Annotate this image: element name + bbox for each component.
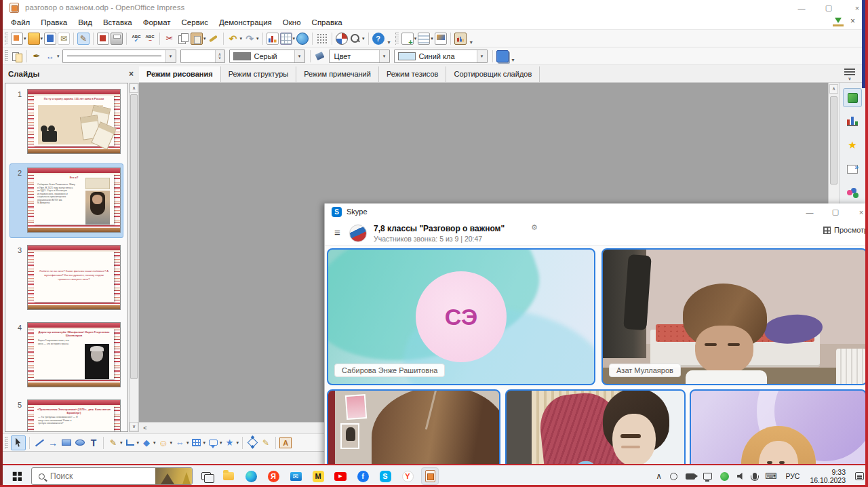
menu-insert[interactable]: Вставка bbox=[98, 18, 138, 26]
skype-maximize-button[interactable]: ▢ bbox=[824, 206, 847, 218]
toolbar-handle-2[interactable] bbox=[395, 33, 399, 45]
ellipse-tool-icon[interactable] bbox=[74, 437, 86, 449]
cut-icon[interactable]: ✂ bbox=[163, 33, 176, 45]
toolbar-handle[interactable] bbox=[5, 33, 8, 45]
display-grid-icon[interactable] bbox=[316, 33, 328, 45]
save-icon[interactable] bbox=[44, 33, 56, 45]
update-available-icon[interactable] bbox=[833, 18, 844, 26]
call-settings-gear-icon[interactable]: ⚙ bbox=[531, 223, 538, 232]
yandex-browser-button[interactable]: Я bbox=[264, 467, 282, 485]
tray-app-icon[interactable] bbox=[670, 473, 677, 480]
paste-icon[interactable] bbox=[191, 33, 203, 45]
sidebar-gallery-icon[interactable] bbox=[843, 183, 862, 202]
impress-maximize-button[interactable]: ▢ bbox=[817, 2, 840, 14]
block-arrows-dropdown[interactable]: ▾ bbox=[186, 440, 189, 446]
copy-icon[interactable] bbox=[177, 33, 189, 45]
slides-scroll-up-icon[interactable]: ∧ bbox=[130, 83, 138, 93]
edit-points-icon[interactable] bbox=[246, 437, 258, 449]
navigator-icon[interactable] bbox=[336, 33, 348, 45]
menu-slideshow[interactable]: Демонстрация bbox=[214, 18, 277, 26]
taskbar-search[interactable] bbox=[31, 467, 193, 485]
facebook-button[interactable]: f bbox=[354, 467, 372, 485]
basic-shapes-icon[interactable]: ◆ bbox=[140, 437, 153, 449]
slide-thumbnail-4[interactable]: 4 Директор киноклуба «Мосфильм» Карен Ге… bbox=[5, 322, 127, 393]
sidebar-settings-icon[interactable]: ∨ bbox=[840, 67, 860, 81]
open-icon[interactable] bbox=[28, 33, 40, 45]
edit-mode-icon[interactable]: ✎ bbox=[77, 33, 90, 45]
symbol-shapes-icon[interactable]: ☺ bbox=[157, 437, 170, 449]
menu-hamburger-icon[interactable]: ≡ bbox=[334, 227, 340, 238]
format-paintbrush-icon[interactable] bbox=[208, 33, 220, 45]
document-close-icon[interactable]: × bbox=[850, 16, 855, 26]
tab-handout-view[interactable]: Режим тезисов bbox=[379, 66, 447, 82]
menu-file[interactable]: Файл bbox=[5, 18, 35, 26]
glue-points-icon[interactable]: ✎ bbox=[260, 437, 272, 449]
tray-volume-icon[interactable] bbox=[737, 473, 745, 480]
open-dropdown[interactable]: ▾ bbox=[41, 36, 43, 41]
edge-button[interactable] bbox=[242, 467, 260, 485]
hyperlink-icon[interactable] bbox=[296, 33, 309, 45]
menu-tools[interactable]: Сервис bbox=[176, 18, 214, 26]
tray-microphone-icon[interactable] bbox=[753, 473, 757, 480]
sidebar-transition-icon[interactable] bbox=[843, 159, 862, 178]
new-slide-icon[interactable] bbox=[401, 33, 414, 45]
zoom-dropdown[interactable]: ▾ bbox=[362, 36, 365, 41]
fontwork-icon[interactable]: A bbox=[279, 437, 292, 449]
tray-chevron-icon[interactable]: ∧ bbox=[656, 471, 662, 481]
impress-minimize-button[interactable]: — bbox=[790, 2, 813, 14]
tray-keyboard-icon[interactable]: ⌨ bbox=[765, 471, 776, 481]
shadow-icon[interactable] bbox=[496, 50, 509, 62]
scroll-up-icon[interactable]: ∧ bbox=[829, 84, 838, 94]
autospellcheck-icon[interactable]: ABC~ bbox=[144, 33, 156, 45]
redo-dropdown[interactable]: ▾ bbox=[256, 36, 259, 41]
call-title[interactable]: 7,8 классы "Разговор о важном" bbox=[374, 224, 505, 233]
sidebar-animation-icon[interactable]: ★ bbox=[843, 136, 862, 155]
file-explorer-button[interactable] bbox=[220, 467, 237, 485]
slides-panel-close-icon[interactable]: × bbox=[129, 69, 134, 79]
flowchart-dropdown[interactable]: ▾ bbox=[203, 440, 206, 446]
tray-camera-icon[interactable] bbox=[686, 473, 695, 480]
connector-tool-icon[interactable] bbox=[124, 437, 136, 449]
select-tool-icon[interactable] bbox=[11, 435, 26, 450]
menu-help[interactable]: Справка bbox=[307, 18, 348, 26]
redo-icon[interactable]: ↷ bbox=[243, 33, 256, 45]
tray-green-app-icon[interactable] bbox=[720, 472, 729, 481]
linebar-overflow[interactable]: ▾ bbox=[512, 57, 515, 64]
line-tool-icon[interactable] bbox=[33, 437, 45, 449]
table-dropdown[interactable]: ▾ bbox=[293, 36, 296, 41]
callouts-dropdown[interactable]: ▾ bbox=[220, 440, 222, 446]
curve-tool-icon[interactable]: ✎ bbox=[107, 437, 119, 449]
sidebar-master-pages-icon[interactable] bbox=[843, 112, 862, 131]
slides-scroll-thumb[interactable] bbox=[130, 94, 138, 379]
styles-icon[interactable] bbox=[11, 50, 23, 62]
tab-drawing-view[interactable]: Режим рисования bbox=[139, 66, 221, 82]
slide-layout-icon[interactable] bbox=[418, 33, 430, 45]
start-button[interactable] bbox=[8, 467, 26, 485]
menu-window[interactable]: Окно bbox=[277, 18, 307, 26]
search-input[interactable] bbox=[50, 471, 155, 481]
tray-network-icon[interactable] bbox=[703, 473, 712, 480]
search-daily-image[interactable] bbox=[155, 468, 193, 484]
linebar-handle[interactable] bbox=[5, 50, 8, 62]
export-pdf-icon[interactable] bbox=[97, 33, 109, 45]
slide-layout-dropdown[interactable]: ▾ bbox=[431, 36, 433, 41]
fill-type-select[interactable]: Цвет▾ bbox=[329, 50, 390, 63]
notification-center-icon[interactable] bbox=[855, 472, 864, 480]
undo-dropdown[interactable]: ▾ bbox=[240, 36, 243, 41]
slides-scroll-down-icon[interactable]: ∨ bbox=[130, 422, 138, 431]
basic-shapes-dropdown[interactable]: ▾ bbox=[153, 440, 156, 446]
menu-edit[interactable]: Правка bbox=[35, 18, 73, 26]
video-tile-presenter[interactable]: СЭ Сабирова Энже Рашитовна bbox=[327, 248, 595, 385]
slide-design-icon[interactable] bbox=[435, 33, 447, 45]
stars-dropdown[interactable]: ▾ bbox=[237, 440, 239, 446]
callouts-icon[interactable] bbox=[207, 437, 219, 449]
print-icon[interactable] bbox=[111, 33, 123, 45]
line-style-select[interactable]: ▾ bbox=[62, 50, 176, 63]
task-view-button[interactable] bbox=[197, 467, 215, 485]
view-button[interactable]: Просмотр bbox=[823, 226, 867, 234]
slide-thumbnail-3[interactable]: 3 Любите ли вы кино? Какие фильмы ваши л… bbox=[5, 245, 127, 315]
yandex-start-button[interactable]: Y bbox=[399, 467, 416, 485]
insert-chart-icon[interactable] bbox=[267, 33, 279, 45]
zoom-icon[interactable] bbox=[349, 33, 361, 45]
spellcheck-icon[interactable]: ABC✓ bbox=[130, 33, 142, 45]
